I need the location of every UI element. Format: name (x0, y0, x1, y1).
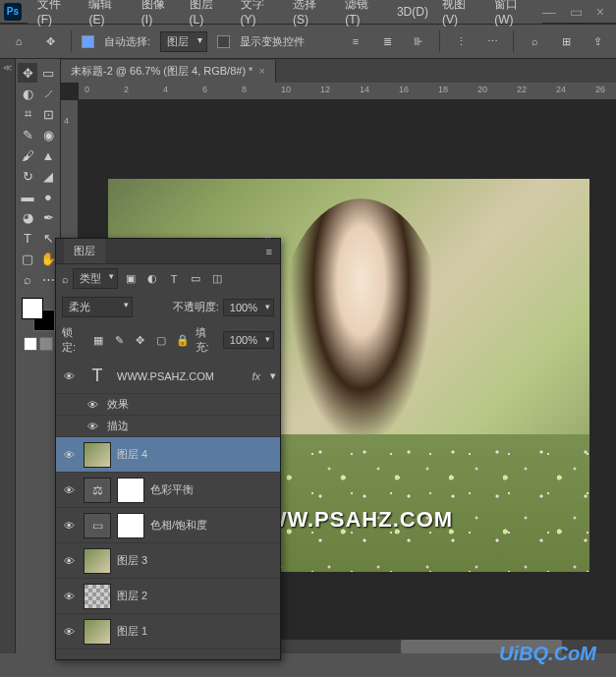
shape-tool[interactable]: ▢ (18, 249, 37, 268)
frame-tool[interactable]: ⊡ (38, 104, 58, 124)
blur-tool[interactable]: ● (38, 187, 58, 206)
chevron-down-icon[interactable]: ▾ (270, 369, 276, 382)
menu-type[interactable]: 文字(Y) (235, 0, 285, 29)
align-icon[interactable]: ≡ (345, 30, 366, 52)
color-swatches[interactable] (22, 298, 55, 331)
layer-row[interactable]: 👁 图层 4 (56, 437, 280, 473)
lock-trans-icon[interactable]: ▦ (89, 332, 106, 348)
collapse-icon[interactable]: ≪ (261, 231, 270, 241)
layer-name[interactable]: 图层 2 (117, 589, 276, 603)
visibility-icon[interactable]: 👁 (84, 399, 101, 411)
auto-select-target[interactable]: 图层 (160, 31, 207, 52)
menu-filter[interactable]: 滤镜(T) (339, 0, 389, 29)
eyedropper-tool[interactable]: ✎ (18, 125, 37, 144)
gradient-tool[interactable]: ▬ (18, 187, 37, 206)
quick-mask-toggle[interactable] (24, 337, 53, 351)
filter-smart-icon[interactable]: ◫ (208, 271, 226, 287)
heal-tool[interactable]: ◉ (38, 125, 58, 144)
lock-all-icon[interactable]: 🔒 (174, 332, 191, 348)
menu-file[interactable]: 文件(F) (31, 0, 82, 29)
move-tool[interactable]: ✥ (18, 63, 37, 83)
window-close[interactable]: × (596, 4, 604, 20)
brush-tool[interactable]: 🖌 (18, 145, 37, 165)
filter-pixel-icon[interactable]: ▣ (122, 271, 140, 287)
visibility-icon[interactable]: 👁 (60, 555, 78, 567)
crop-tool[interactable]: ⌗ (18, 104, 37, 124)
move-tool-icon[interactable]: ✥ (39, 30, 61, 52)
window-minimize[interactable]: — (542, 4, 556, 20)
lasso-tool[interactable]: ◐ (18, 84, 37, 103)
menu-window[interactable]: 窗口(W) (488, 0, 542, 29)
menu-layer[interactable]: 图层(L) (184, 0, 233, 29)
lock-pos-icon[interactable]: ✥ (132, 332, 148, 348)
menu-edit[interactable]: 编辑(E) (83, 0, 133, 29)
lock-artboard-icon[interactable]: ▢ (153, 332, 170, 348)
menu-view[interactable]: 视图(V) (436, 0, 486, 29)
layer-mask-thumbnail[interactable] (117, 478, 144, 503)
layer-thumbnail[interactable] (84, 442, 111, 468)
align-icon-2[interactable]: ≣ (376, 30, 398, 52)
menu-3d[interactable]: 3D(D) (391, 2, 434, 22)
show-transform-checkbox[interactable] (217, 35, 230, 48)
layer-thumbnail[interactable] (84, 584, 111, 609)
align-icon-3[interactable]: ⊪ (408, 30, 429, 52)
layer-fx-badge[interactable]: fx (252, 370, 260, 382)
blend-mode-select[interactable]: 柔光 (62, 297, 133, 317)
marquee-tool[interactable]: ▭ (38, 63, 58, 83)
opacity-value[interactable]: 100% (223, 299, 274, 316)
menu-image[interactable]: 图像(I) (136, 0, 182, 29)
visibility-icon[interactable]: 👁 (60, 520, 78, 532)
visibility-icon[interactable]: 👁 (60, 591, 78, 602)
foreground-color[interactable] (22, 298, 43, 319)
layer-thumbnail[interactable] (84, 619, 111, 645)
left-tab-strip[interactable]: ≪ (0, 59, 16, 653)
home-icon[interactable]: ⌂ (8, 30, 29, 52)
layer-name[interactable]: 图层 3 (117, 553, 276, 568)
dodge-tool[interactable]: ◕ (18, 207, 37, 227)
filter-shape-icon[interactable]: ▭ (187, 271, 204, 287)
layer-name[interactable]: 图层 4 (117, 447, 276, 462)
distribute-icon-2[interactable]: ⋯ (481, 30, 503, 52)
type-tool[interactable]: T (18, 228, 37, 248)
visibility-icon[interactable]: 👁 (60, 370, 78, 382)
layer-effect-row[interactable]: 👁 描边 (56, 416, 280, 437)
visibility-icon[interactable]: 👁 (84, 421, 101, 432)
search-icon[interactable]: ⌕ (524, 30, 545, 52)
visibility-icon[interactable]: 👁 (60, 626, 78, 638)
close-tab-icon[interactable]: × (258, 65, 264, 77)
auto-select-checkbox[interactable] (82, 35, 94, 48)
pen-tool[interactable]: ✒ (38, 207, 58, 227)
lock-paint-icon[interactable]: ✎ (111, 332, 128, 348)
fill-value[interactable]: 100% (223, 331, 274, 349)
panel-menu-icon[interactable]: ≡ (266, 246, 272, 257)
filter-type-select[interactable]: 类型 (73, 268, 118, 289)
layer-name[interactable]: WWW.PSAHZ.COM (117, 370, 246, 382)
menu-select[interactable]: 选择(S) (287, 0, 337, 29)
layer-row[interactable]: 👁 ⚖ 色彩平衡 (56, 473, 280, 508)
visibility-icon[interactable]: 👁 (60, 449, 78, 461)
layer-row[interactable]: 👁 T WWW.PSAHZ.COM fx ▾ (56, 359, 280, 394)
history-brush-tool[interactable]: ↻ (18, 166, 37, 186)
layer-name[interactable]: 色彩平衡 (150, 482, 276, 497)
wand-tool[interactable]: ⟋ (38, 84, 58, 103)
filter-adjust-icon[interactable]: ◐ (143, 271, 161, 287)
visibility-icon[interactable]: 👁 (60, 484, 78, 496)
distribute-icon[interactable]: ⋮ (450, 30, 472, 52)
layer-mask-thumbnail[interactable] (117, 513, 144, 538)
layer-row[interactable]: 👁 图层 2 (56, 579, 280, 614)
share-icon[interactable]: ⇪ (587, 30, 608, 52)
layer-row[interactable]: 👁 图层 3 (56, 543, 280, 579)
zoom-tool[interactable]: ⌕ (18, 269, 37, 289)
layer-name[interactable]: 图层 1 (117, 624, 276, 639)
document-tab[interactable]: 未标题-2 @ 66.7% (图层 4, RGB/8#) * × (61, 60, 276, 83)
layer-row[interactable]: 👁 ▭ 色相/饱和度 (56, 508, 280, 543)
layer-thumbnail[interactable] (84, 548, 111, 574)
filter-type-icon[interactable]: T (165, 271, 183, 287)
layers-tab[interactable]: 图层 (64, 239, 105, 263)
window-maximize[interactable]: ▭ (570, 4, 583, 20)
eraser-tool[interactable]: ◢ (38, 166, 58, 186)
layer-effect-row[interactable]: 👁 效果 (56, 394, 280, 416)
layer-name[interactable]: 色相/饱和度 (150, 518, 276, 533)
stamp-tool[interactable]: ▲ (38, 145, 58, 165)
grid-icon[interactable]: ⊞ (555, 30, 577, 52)
